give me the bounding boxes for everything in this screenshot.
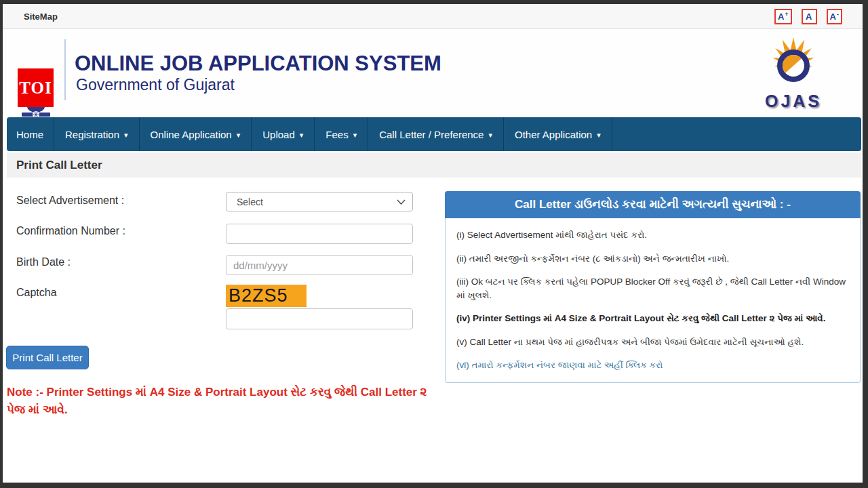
nav-fees[interactable]: Fees ▾ — [315, 117, 368, 151]
font-decrease-label: A — [830, 12, 836, 22]
captcha-input[interactable] — [226, 308, 413, 329]
page-title: Print Call Letter — [16, 159, 102, 172]
advertisement-select-value: Select — [237, 197, 397, 207]
plus-icon: + — [785, 12, 788, 18]
instructions-panel-body: (i) Select Advertisement માંથી જાહેરાત પ… — [445, 218, 861, 383]
frame-left — [0, 0, 3, 488]
font-normal-button[interactable]: A — [802, 9, 817, 24]
font-increase-button[interactable]: A+ — [774, 9, 792, 24]
print-call-letter-button[interactable]: Print Call Letter — [6, 346, 89, 369]
captcha-image: B2ZS5 — [226, 285, 307, 307]
ojas-logo: OJAS — [758, 36, 829, 111]
minus-icon: - — [837, 12, 839, 18]
nav-registration[interactable]: Registration ▾ — [54, 117, 140, 151]
instruction-item: (iii) Ok બટન પર ક્લિક કરતાં પહેલા POPUP … — [456, 275, 849, 302]
nav-other-application[interactable]: Other Application ▾ — [504, 117, 612, 151]
nav-upload[interactable]: Upload ▾ — [252, 117, 315, 151]
sitemap-bar: SiteMap A+ A A- — [3, 4, 863, 29]
confirmation-number-label: Confirmation Number : — [16, 225, 125, 237]
site-subtitle: Government of Gujarat — [76, 76, 235, 94]
captcha-code: B2ZS5 — [229, 285, 288, 306]
confirmation-number-link[interactable]: (vi) તમારો કન્ફર્મેશન નંબર જાણવા માટે અહ… — [456, 359, 849, 372]
header-divider — [64, 39, 66, 100]
font-decrease-button[interactable]: A- — [827, 9, 842, 24]
instructions-panel: Call Letter ડાઉનલોડ કરવા માટેની અગત્યની … — [445, 191, 861, 383]
nav-home-label: Home — [16, 129, 43, 140]
instruction-item: (ii) તમારી અરજીનો કન્ફર્મેશન નંબર (૮ આંક… — [456, 252, 849, 266]
site-title: ONLINE JOB APPLICATION SYSTEM — [75, 52, 441, 76]
site-header: सत्यमेव जयते TOI ONLINE JOB APPLICATION … — [3, 29, 863, 117]
ojas-logo-text: OJAS — [758, 92, 829, 111]
printer-settings-note: Note :- Printer Settings માં A4 Size & P… — [7, 384, 438, 418]
toi-watermark-text: TOI — [19, 79, 52, 98]
caret-down-icon: ▾ — [300, 131, 304, 139]
instructions-panel-header: Call Letter ડાઉનલોડ કરવા માટેની અગત્યની … — [445, 191, 861, 218]
font-increase-label: A — [778, 12, 784, 22]
frame-bottom — [0, 483, 868, 488]
toi-watermark: TOI — [18, 68, 54, 107]
advertisement-select[interactable]: Select — [226, 192, 413, 211]
advertisement-label: Select Advertisement : — [16, 195, 124, 207]
instructions-title: Call Letter ડાઉનલોડ કરવા માટેની અગત્યની … — [515, 198, 791, 211]
birth-date-label: Birth Date : — [16, 256, 71, 268]
birth-date-input[interactable] — [226, 255, 413, 275]
caret-down-icon: ▾ — [488, 131, 492, 139]
nav-call-letter-preference[interactable]: Call Letter / Preference ▾ — [368, 117, 504, 151]
caret-down-icon: ▾ — [124, 131, 128, 139]
caret-down-icon: ▾ — [237, 131, 241, 139]
nav-home[interactable]: Home — [7, 117, 54, 151]
chevron-down-icon — [397, 199, 406, 205]
frame-top — [0, 0, 868, 4]
sitemap-link[interactable]: SiteMap — [24, 12, 58, 22]
font-normal-label: A — [806, 12, 812, 22]
font-size-controls: A+ A A- — [774, 9, 842, 24]
instruction-item: (iv) Printer Settings માં A4 Size & Port… — [456, 312, 849, 325]
caret-down-icon: ▾ — [353, 131, 357, 139]
confirmation-number-input[interactable] — [226, 224, 413, 244]
caret-down-icon: ▾ — [597, 131, 601, 139]
captcha-label: Captcha — [16, 287, 57, 299]
nav-online-application[interactable]: Online Application ▾ — [140, 117, 252, 151]
ojas-sun-icon — [761, 36, 826, 93]
main-nav: Home Registration ▾ Online Application ▾… — [7, 117, 861, 151]
instruction-item: (i) Select Advertisement માંથી જાહેરાત પ… — [456, 228, 849, 242]
page-heading-bar: Print Call Letter — [7, 152, 861, 178]
instruction-item: (v) Call Letter ના પ્રથમ પેજ માં હાજરીપત… — [456, 336, 849, 349]
frame-right — [863, 0, 868, 488]
